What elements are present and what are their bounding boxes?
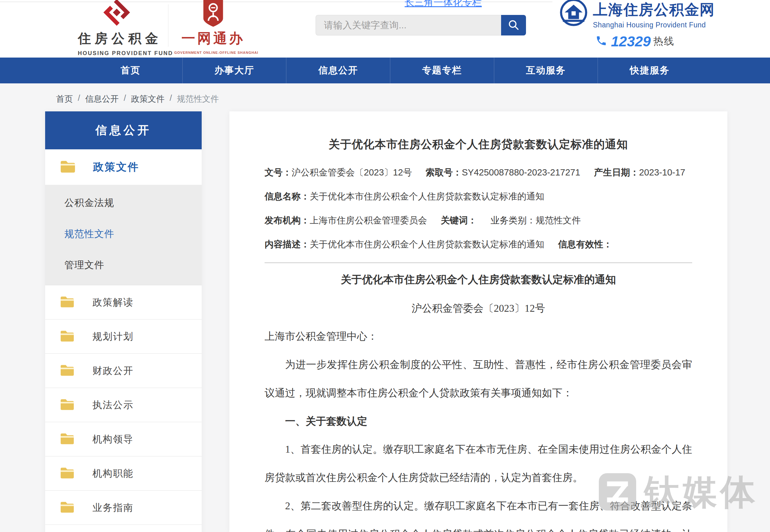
meta-value: 规范性文件 xyxy=(536,215,581,225)
sidebar-item-4[interactable]: 执法公示 xyxy=(45,388,202,422)
meta-field: 产生日期：2023-10-17 xyxy=(594,166,685,179)
doc-block-doc-title: 关于优化本市住房公积金个人住房贷款套数认定标准的通知 xyxy=(264,265,692,294)
page-title: 关于优化本市住房公积金个人住房贷款套数认定标准的通知 xyxy=(264,137,692,152)
sidebar-item-policy-files[interactable]: 政策文件 xyxy=(45,149,202,185)
logo-divider xyxy=(168,4,168,47)
meta-label: 索取号： xyxy=(426,167,462,177)
meta-field: 文号：沪公积金管委会〔2023〕12号 xyxy=(264,166,412,179)
breadcrumb-item-4: 规范性文件 xyxy=(177,93,219,105)
page: 住房公积金 HOUSING PROVIDENT FUND 一网通办 GOVERN… xyxy=(0,0,770,532)
sidebar-item-5[interactable]: 机构领导 xyxy=(45,422,202,456)
doc-block-doc-number: 沪公积金管委会〔2023〕12号 xyxy=(264,294,692,323)
nav-item-3[interactable]: 信息公开 xyxy=(286,58,390,83)
sidebar-item-3[interactable]: 财政公开 xyxy=(45,353,202,388)
breadcrumb-item-1[interactable]: 首页 xyxy=(56,93,73,105)
sidebar-subitem-3[interactable]: 管理文件 xyxy=(45,250,202,281)
breadcrumb-item-2[interactable]: 信息公开 xyxy=(85,93,119,105)
doc-block-plain: 上海市公积金管理中心： xyxy=(264,322,692,351)
nav-item-1[interactable]: 首页 xyxy=(79,58,183,83)
meta-value: SY4250087880-2023-217271 xyxy=(462,167,581,177)
article-meta: 文号：沪公积金管委会〔2023〕12号索取号：SY4250087880-2023… xyxy=(264,166,692,251)
breadcrumb: 首页/信息公开/政策文件/规范性文件 xyxy=(56,93,219,105)
site-title: 上海住房公积金网 xyxy=(593,0,715,20)
house-circle-icon xyxy=(559,0,589,29)
folder-icon xyxy=(60,399,74,411)
sidebar-item-label: 机构职能 xyxy=(92,467,133,480)
meta-row-1: 文号：沪公积金管委会〔2023〕12号索取号：SY4250087880-2023… xyxy=(264,166,692,179)
folder-icon xyxy=(60,467,74,480)
meta-field: 业务类别：规范性文件 xyxy=(491,214,581,227)
doc-block-para: 2、第二套改善型住房的认定。缴存职工家庭名下在本市已有一套住房、符合改善型认定条… xyxy=(264,492,692,532)
breadcrumb-item-3[interactable]: 政策文件 xyxy=(131,93,165,105)
nav-item-5[interactable]: 互动服务 xyxy=(494,58,598,83)
sidebar-item-8[interactable]: 业务网点 xyxy=(45,525,202,532)
meta-field: 信息有效性： xyxy=(558,238,612,251)
meta-label: 产生日期： xyxy=(594,167,639,177)
document-body: 关于优化本市住房公积金个人住房贷款套数认定标准的通知沪公积金管委会〔2023〕1… xyxy=(264,265,692,532)
search-button[interactable] xyxy=(501,15,526,35)
ywtb-logo[interactable]: 一网通办 GOVERNMENT ONLINE-OFFLINE SHANGHAI xyxy=(174,0,252,54)
breadcrumb-separator: / xyxy=(170,93,172,105)
doc-block-heading: 一、关于套数认定 xyxy=(264,407,692,436)
doc-block-para: 1、首套住房的认定。缴存职工家庭名下在本市无住房、在全国未使用过住房公积金个人住… xyxy=(264,435,692,492)
meta-field: 发布机构：上海市住房公积金管理委员会 xyxy=(264,214,427,227)
site-logo[interactable]: 上海住房公积金网 Shanghai Housing Provident Fund… xyxy=(559,0,715,50)
breadcrumb-separator: / xyxy=(78,93,80,105)
meta-label: 信息有效性： xyxy=(558,239,612,249)
sidebar-item-label: 财政公开 xyxy=(92,364,133,377)
folder-icon xyxy=(60,501,74,514)
sidebar-item-label: 业务指南 xyxy=(92,501,133,514)
fund-logo-subtitle: HOUSING PROVIDENT FUND xyxy=(78,50,156,57)
site-subtitle: Shanghai Housing Provident Fund xyxy=(593,21,715,29)
breadcrumb-separator: / xyxy=(124,93,126,105)
sidebar-subitem-1[interactable]: 公积金法规 xyxy=(45,187,202,218)
meta-label: 发布机构： xyxy=(264,215,310,225)
content-panel: 关于优化本市住房公积金个人住房贷款套数认定标准的通知 文号：沪公积金管委会〔20… xyxy=(229,111,727,532)
nav-item-2[interactable]: 办事大厅 xyxy=(183,58,287,83)
sidebar-item-7[interactable]: 业务指南 xyxy=(45,490,202,525)
search-bar xyxy=(315,15,526,35)
meta-label: 信息名称： xyxy=(264,191,310,201)
ywtb-logo-subtitle: GOVERNMENT ONLINE-OFFLINE SHANGHAI xyxy=(174,51,252,54)
sidebar: 信息公开 政策文件 公积金法规规范性文件管理文件 政策解读规划计划财政公开执法公… xyxy=(45,111,202,532)
meta-value: 关于优化本市住房公积金个人住房贷款套数认定标准的通知 xyxy=(310,191,544,201)
nav-items: 首页办事大厅信息公开专题专栏互动服务快捷服务 xyxy=(79,58,702,83)
meta-value: 上海市住房公积金管理委员会 xyxy=(310,215,427,225)
hotline: 12329 热线 xyxy=(559,33,715,50)
meta-value: 2023-10-17 xyxy=(639,167,685,177)
sidebar-item-1[interactable]: 政策解读 xyxy=(45,285,202,319)
meta-label: 业务类别： xyxy=(491,215,536,225)
main-nav: 首页办事大厅信息公开专题专栏互动服务快捷服务 xyxy=(0,58,770,83)
meta-row-2: 信息名称：关于优化本市住房公积金个人住房贷款套数认定标准的通知 xyxy=(264,190,692,203)
meta-field: 内容描述：关于优化本市住房公积金个人住房贷款套数认定标准的通知 xyxy=(264,238,544,251)
fund-logo[interactable]: 住房公积金 HOUSING PROVIDENT FUND xyxy=(78,0,156,57)
yangtze-delta-link[interactable]: 长三角一体化专栏 xyxy=(405,0,482,9)
sidebar-item-label: 规划计划 xyxy=(92,330,133,343)
nav-item-4[interactable]: 专题专栏 xyxy=(390,58,494,83)
phone-icon xyxy=(595,35,607,48)
meta-value: 沪公积金管委会〔2023〕12号 xyxy=(292,167,412,177)
sidebar-items: 政策解读规划计划财政公开执法公示机构领导机构职能业务指南业务网点 xyxy=(45,285,202,532)
fund-logo-title: 住房公积金 xyxy=(78,30,156,47)
sidebar-header: 信息公开 xyxy=(45,111,202,149)
nav-item-6[interactable]: 快捷服务 xyxy=(598,58,702,83)
meta-label: 关键词： xyxy=(441,215,477,225)
search-icon xyxy=(507,19,520,32)
search-input[interactable] xyxy=(315,15,501,35)
sidebar-item-label: 政策解读 xyxy=(92,296,133,309)
hotline-label: 热线 xyxy=(653,35,674,48)
sidebar-item-6[interactable]: 机构职能 xyxy=(45,456,202,490)
sidebar-submenu: 公积金法规规范性文件管理文件 xyxy=(45,185,202,285)
sidebar-item-2[interactable]: 规划计划 xyxy=(45,319,202,353)
meta-row-3: 发布机构：上海市住房公积金管理委员会关键词：业务类别：规范性文件 xyxy=(264,214,692,227)
sidebar-item-label: 执法公示 xyxy=(92,399,133,412)
meta-field: 索取号：SY4250087880-2023-217271 xyxy=(426,166,581,179)
folder-icon xyxy=(60,364,74,377)
meta-field: 信息名称：关于优化本市住房公积金个人住房贷款套数认定标准的通知 xyxy=(264,190,544,203)
meta-field: 关键词： xyxy=(441,214,477,227)
meta-label: 内容描述： xyxy=(264,239,310,249)
folder-icon xyxy=(60,160,76,174)
meta-row-4: 内容描述：关于优化本市住房公积金个人住房贷款套数认定标准的通知信息有效性： xyxy=(264,238,692,251)
sidebar-subitem-2[interactable]: 规范性文件 xyxy=(45,218,202,250)
folder-icon xyxy=(60,296,74,309)
